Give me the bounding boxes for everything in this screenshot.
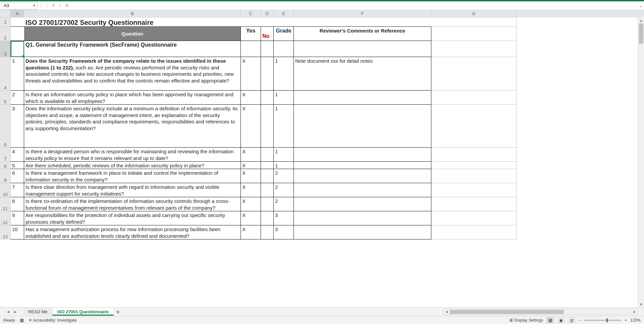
sheet-tab-iso27001[interactable]: ISO 27001 Questionnaire [53,308,114,316]
cell-yes[interactable]: X [241,148,261,162]
cell-grade[interactable]: 1 [274,105,294,148]
display-settings-button[interactable]: 🖥 Display Settings [509,318,543,323]
hscroll-right-icon[interactable]: ► [632,309,638,315]
cell-no[interactable] [261,169,274,183]
cell-blank[interactable] [431,162,517,169]
cell-yes[interactable]: X [241,169,261,183]
scroll-track[interactable] [638,23,644,301]
cell-f3[interactable] [294,41,431,57]
row-header-3[interactable]: 3 [0,41,11,57]
cell-c1[interactable] [241,17,261,27]
cell-yes[interactable]: X [241,211,261,225]
cell-question[interactable]: Does the Security Framework of the compa… [24,57,241,91]
row-header-5[interactable]: 5 [0,91,11,105]
cell-comment[interactable] [294,162,431,169]
cell-grade[interactable]: 3 [274,211,294,225]
cell-question[interactable]: Has a management authorization process f… [24,225,241,239]
cell-question[interactable]: Are responsibilities for the protection … [24,211,241,225]
row-header-9[interactable]: 9 [0,169,11,183]
cell-yes[interactable]: X [241,225,261,239]
cell-yes[interactable]: X [241,197,261,211]
cell-grade[interactable]: 2 [274,197,294,211]
col-header-d[interactable]: D [261,10,274,17]
row-header-10[interactable]: 10 [0,183,11,197]
zoom-slider[interactable] [584,320,621,321]
col-header-a[interactable]: A [11,10,24,17]
cell-blank[interactable] [431,148,517,162]
cell-question[interactable]: Does the information security policy inc… [24,105,241,148]
row-header-11[interactable]: 11 [0,197,11,211]
cell-d3[interactable] [261,41,274,57]
hscroll-left-icon[interactable]: ◄ [444,309,450,315]
header-grade[interactable]: Grade [274,27,294,41]
cell-c3[interactable] [241,41,261,57]
cell-comment[interactable] [294,148,431,162]
col-header-c[interactable]: C [241,10,261,17]
cell-number[interactable]: 10 [11,225,24,239]
zoom-slider-knob[interactable] [606,318,608,322]
cell-b1-title[interactable]: ISO 27001/27002 Security Questionnaire [24,17,241,27]
row-header-8[interactable]: 8 [0,162,11,169]
cell-a1[interactable] [11,17,24,27]
cell-comment[interactable]: Note document xxx for detail notes [294,57,431,91]
cell-number[interactable]: 4 [11,148,24,162]
fx-label[interactable]: fx [65,3,69,8]
col-header-f[interactable]: F [294,10,431,17]
row-header-7[interactable]: 7 [0,148,11,162]
cell-e1[interactable] [274,17,294,27]
select-all-corner[interactable] [0,10,11,17]
hscroll-thumb[interactable] [450,310,564,314]
cell-comment[interactable] [294,225,431,239]
scroll-down-icon[interactable]: ▼ [638,301,644,307]
cell-no[interactable] [261,183,274,197]
cell-number[interactable]: 2 [11,91,24,105]
cell-comment[interactable] [294,91,431,105]
cell-number[interactable]: 8 [11,197,24,211]
cell-question[interactable]: Is there clear direction from management… [24,183,241,197]
cell-f1[interactable] [294,17,431,27]
cell-e3[interactable] [274,41,294,57]
cell-no[interactable] [261,225,274,239]
cell-g1[interactable] [431,17,517,27]
header-yes[interactable]: Yes [241,27,261,41]
cell-comment[interactable] [294,169,431,183]
accessibility-status[interactable]: ✴ Accessibility: Investigate [29,318,77,323]
cell-number[interactable]: 7 [11,183,24,197]
tab-nav-prev-icon[interactable]: ◄ [6,309,10,314]
horizontal-scrollbar[interactable]: ◄ ► [443,309,638,315]
name-box-dropdown-icon[interactable]: ▼ [33,4,36,7]
tab-nav-next-icon[interactable]: ► [13,309,17,314]
new-sheet-button[interactable]: ⊕ [114,309,122,314]
cell-blank[interactable] [431,197,517,211]
cell-number[interactable]: 5 [11,162,24,169]
view-page-layout-button[interactable]: ▣ [557,317,565,323]
cell-number[interactable]: 1 [11,57,24,91]
cell-yes[interactable]: X [241,91,261,105]
row-header-6[interactable]: 6 [0,105,11,148]
cell-grade[interactable]: 2 [274,183,294,197]
cell-grade[interactable]: 1 [274,57,294,91]
header-no[interactable]: No [261,27,274,41]
cell-g3[interactable] [431,41,517,57]
cell-blank[interactable] [431,211,517,225]
cell-comment[interactable] [294,183,431,197]
row-header-1[interactable]: 1 [0,17,11,27]
scroll-up-icon[interactable]: ▲ [638,17,644,23]
cell-blank[interactable] [431,57,517,91]
cell-question[interactable]: Is there a designated person who is resp… [24,148,241,162]
formula-more-icon[interactable]: ⋮ [43,3,50,8]
cell-no[interactable] [261,197,274,211]
col-header-e[interactable]: E [274,10,294,17]
cell-grade[interactable]: 1 [274,162,294,169]
cell-number[interactable]: 3 [11,105,24,148]
header-reviewer[interactable]: Reviewer's Comments or Reference [294,27,431,41]
grid-body[interactable]: 1 ISO 27001/27002 Security Questionnaire… [0,17,644,307]
cell-blank[interactable] [431,225,517,239]
row-header-13[interactable]: 13 [0,225,11,239]
cell-question[interactable]: Is there a management framework in place… [24,169,241,183]
cell-no[interactable] [261,91,274,105]
cell-no[interactable] [261,57,274,91]
row-header-2[interactable]: 2 [0,27,11,41]
cell-question[interactable]: Are there scheduled, periodic reviews of… [24,162,241,169]
cell-number[interactable]: 9 [11,211,24,225]
